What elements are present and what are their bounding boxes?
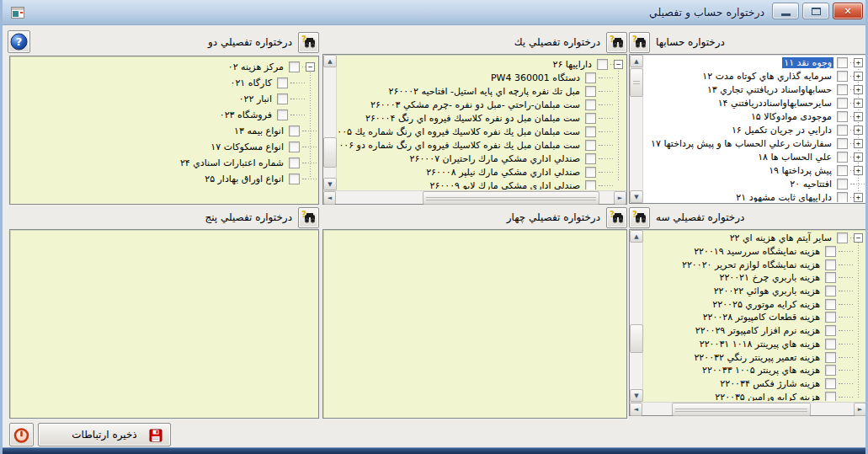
tree-row[interactable]: +سايرحسابهاواسناددريافتني ۱۴ [644,96,866,109]
tree-row[interactable]: مبل تك نفره پارچه اي پايه استيل- افتاحيه… [338,84,626,98]
tree-item-label[interactable]: صندلي اداري مشكي مارك لايو ۲۶۰۰۰۹ [429,180,582,190]
tree-checkbox[interactable] [825,312,836,323]
tree-item-label[interactable]: حسابهاواسناد دريافتني تجاري ۱۳ [706,84,833,95]
tree-checkbox[interactable] [837,152,848,163]
tree-item-label[interactable]: ست مبلمان مبل يك نفره كلاسيك فيروه اي رن… [338,126,582,137]
horizontal-scrollbar[interactable]: ◄ ► [323,190,626,204]
scroll-up-icon[interactable]: ▲ [630,55,643,67]
tree-item-label[interactable]: هزينه كرايه ورامين ۲۲۰۰۳۵ [713,392,822,401]
tree-checkbox[interactable] [825,352,836,363]
tree-row[interactable]: هزينه تعمير پيرينتر رنگي ۲۲۰۰۳۲ [644,350,866,364]
tree-checkbox[interactable] [585,72,596,83]
scrollbar-thumb[interactable] [323,137,337,168]
tree-expand-icon[interactable]: + [854,85,863,94]
minimize-button[interactable] [772,3,799,19]
vertical-scrollbar[interactable]: ▲ ▼ [630,55,643,203]
tree-item-label[interactable]: انواع مسكوكات ۱۷ [209,142,285,152]
find-button[interactable]: ? [629,32,650,53]
tree-checkbox[interactable] [289,61,300,72]
tree-item-label[interactable]: سفارشات رعلي الحساب ها و پيش پرداختها ۱۷ [649,138,833,149]
tree-checkbox[interactable] [585,140,596,151]
tree-row[interactable]: فروشگاه ۰۲۳ [11,107,318,123]
find-button[interactable]: ? [606,32,627,53]
tree-checkbox[interactable] [289,142,300,152]
tree-checkbox[interactable] [837,111,848,122]
tree-row[interactable]: ست مبلمان مبل يك نفره كلاسيك فيروه اي رن… [338,138,626,152]
tree-row[interactable]: ست مبلمان-راحتي -مبل دو نفره -چرم مشكي ۲… [338,98,626,111]
tree-item-label[interactable]: دستگاه PW4 360001 [489,72,582,83]
tree-row[interactable]: افتتاحيه ۲۰ [644,177,866,190]
tree-item-label[interactable]: فروشگاه ۰۲۳ [218,109,274,120]
scroll-left-icon[interactable]: ◄ [323,191,336,205]
tree-row[interactable]: انواع اوراق بهادار ۲۵ [11,171,318,187]
tree-checkbox[interactable] [837,179,848,190]
tree-row[interactable]: ست مبلمان مبل دو نفره كلاسيك فيروه اي رن… [338,111,626,125]
tree-checkbox[interactable] [825,325,836,336]
tree-item-label[interactable]: دارايي در جريان تكميل ۱۶ [730,125,833,136]
horizontal-scrollbar[interactable]: ◄ ► [630,402,866,415]
tree-item-label[interactable]: علي الحساب ها ۱۸ [756,152,833,163]
find-button[interactable]: ? [606,207,627,228]
title-bar[interactable]: درختواره حساب و تفصيلي ✕ [3,0,865,25]
tree-item-label[interactable]: هزينه نمايشگاه لوازم تحرير ۲۲۰۰۲۰ [680,259,822,270]
tree-row[interactable]: −داراييها ۲۶ [338,57,626,71]
tree-checkbox[interactable] [837,125,848,136]
tree-expand-icon[interactable]: + [854,166,863,175]
tree-collapse-icon[interactable]: − [854,233,863,243]
tree-checkbox[interactable] [825,365,836,376]
tree-row[interactable]: هزينه كرايه موتوري ۲۲۰۰۲۵ [644,297,866,311]
tree-row[interactable]: هزينه باربري چرخ ۲۲۰۰۲۱ [644,271,866,285]
tree-checkbox[interactable] [277,109,288,120]
tree-row[interactable]: +دارايي در جريان تكميل ۱۶ [644,123,866,136]
tree-row[interactable]: هزينه نمايشگاه لوازم تحرير ۲۲۰۰۲۰ [644,258,866,271]
tree-item-label[interactable]: هزينه نمايشگاه سررسيد ۲۲۰۰۱۹ [692,246,822,257]
tree-checkbox[interactable] [585,167,596,178]
tree-item-label[interactable]: سايرحسابهاواسناددريافتني ۱۴ [716,98,833,109]
tree-row[interactable]: +داراييهاي ثابت مشهود ۲۱ [644,190,866,202]
tree-item-label[interactable]: ست مبلمان مبل يك نفره كلاسيك فيروه اي رن… [338,140,582,151]
scroll-down-icon[interactable]: ▼ [630,389,643,402]
tree-row[interactable]: صندلي اداري مشكي مارك راحتيران ۲۶۰۰۰۷ [338,152,626,165]
tree-row[interactable]: شماره اعتبارات اسنادي ۲۴ [11,155,318,171]
tree-row[interactable]: +وجوه نقد ۱۱ [644,56,866,69]
scroll-right-icon[interactable]: ► [614,191,626,205]
tree-item-label[interactable]: انواع اوراق بهادار ۲۵ [203,174,285,184]
tree-checkbox[interactable] [825,286,836,296]
tree-collapse-icon[interactable]: − [614,60,623,69]
tree-item-label[interactable]: صندلي اداري مشكي مارك راحتيران ۲۶۰۰۰۷ [408,153,582,164]
tree-row[interactable]: هزينه قطعات كامپيوتر ۲۲۰۰۲۸ [644,311,866,324]
scroll-up-icon[interactable]: ▲ [630,230,643,243]
tree-expand-icon[interactable]: + [854,72,863,81]
tree-item-label[interactable]: كارگاه ۰۲۱ [229,77,274,88]
scroll-left-icon[interactable]: ◄ [630,403,642,416]
tree-checkbox[interactable] [585,180,596,190]
tree-row[interactable]: +حسابهاواسناد دريافتني تجاري ۱۳ [644,83,866,96]
tree-item-label[interactable]: موجودى موادوكالا ۱۵ [749,111,833,122]
tree-checkbox[interactable] [585,99,596,110]
tree-row[interactable]: كارگاه ۰۲۱ [11,75,318,91]
tree-checkbox[interactable] [837,71,848,82]
tree-checkbox[interactable] [289,126,300,136]
tree-collapse-icon[interactable]: − [306,62,315,72]
tree-row[interactable]: هزينه نرم افزار كامپيوتر ۲۲۰۰۲۹ [644,324,866,338]
tree-row[interactable]: +موجودى موادوكالا ۱۵ [644,109,866,123]
tree-checkbox[interactable] [825,259,836,270]
tree-row[interactable]: +سرمايه گذاري هاي كوتاه مدت ۱۲ [644,69,866,83]
tree-item-label[interactable]: مبل تك نفره پارچه اي پايه استيل- افتاحيه… [387,86,582,97]
tree-item-label[interactable]: ساير آيتم هاي هزينه اي ۲۲ [728,232,833,243]
scroll-up-icon[interactable]: ▲ [323,55,337,67]
tree-row[interactable]: +سفارشات رعلي الحساب ها و پيش پرداختها ۱… [644,136,866,150]
tree-row[interactable]: +علي الحساب ها ۱۸ [644,150,866,163]
tree-row[interactable]: هزينه نمايشگاه سررسيد ۲۲۰۰۱۹ [644,245,866,259]
tree-checkbox[interactable] [585,126,596,137]
tree-expand-icon[interactable]: + [854,58,863,67]
tree-item-label[interactable]: داراييهاي ثابت مشهود ۲۱ [734,192,833,203]
tree-item-label[interactable]: ست مبلمان-راحتي -مبل دو نفره -چرم مشكي ۲… [369,99,582,110]
tree-row[interactable]: هزينه هاي پيرينتر ۱۰۱۸ ۲۲۰۰۳۱ [644,338,866,351]
scrollbar-thumb[interactable] [423,191,599,205]
tree-row[interactable]: هزينه باربري هوائي ۲۲۰۰۲۲ [644,285,866,298]
tree-checkbox[interactable] [837,165,848,176]
tree-checkbox[interactable] [277,77,288,88]
tree-expand-icon[interactable]: + [854,139,863,148]
tree-row[interactable]: هزينه كرايه ورامين ۲۲۰۰۳۵ [644,390,866,401]
